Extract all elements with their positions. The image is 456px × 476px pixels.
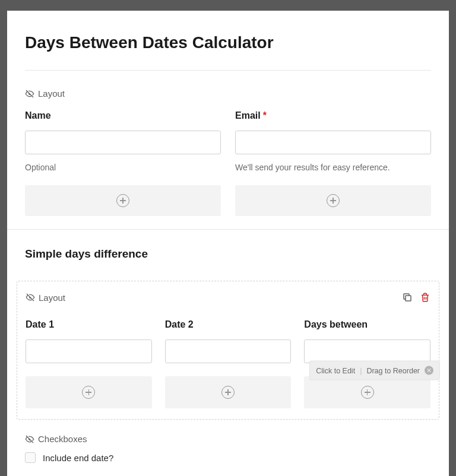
hint-edit-text: Click to Edit [316, 366, 355, 375]
email-help: We'll send your results for easy referen… [235, 163, 431, 172]
date1-input[interactable] [26, 339, 152, 363]
checkboxes-block[interactable]: Checkboxes Include end date? [25, 434, 431, 463]
field-type-tag: Layout [25, 88, 431, 99]
date1-field-block[interactable]: Date 1 [26, 319, 152, 363]
email-field-block[interactable]: Email* We'll send your results for easy … [235, 110, 431, 172]
name-help: Optional [25, 163, 221, 172]
date2-field-block[interactable]: Date 2 [165, 319, 292, 363]
form-builder-canvas: Days Between Dates Calculator Layout Nam… [7, 11, 449, 476]
days-between-field-block[interactable]: Days between [304, 319, 430, 363]
name-input[interactable] [25, 131, 221, 154]
hidden-icon [25, 89, 34, 99]
close-icon[interactable]: ✕ [425, 366, 433, 375]
email-input[interactable] [235, 131, 431, 154]
date1-label: Date 1 [26, 319, 152, 330]
plus-icon [221, 386, 235, 399]
duplicate-icon[interactable] [402, 292, 413, 303]
field-type-label: Checkboxes [38, 434, 87, 444]
add-field-slot[interactable] [25, 185, 221, 216]
layout-block-2-selected[interactable]: Layout Date 1 Date 2 Days between [17, 281, 439, 420]
add-field-slot[interactable] [235, 185, 431, 216]
plus-icon [361, 386, 374, 399]
section-title[interactable]: Simple days difference [25, 247, 431, 261]
edit-reorder-hint: Click to Edit | Drag to Reorder ✕ [310, 361, 439, 380]
field-type-tag: Checkboxes [25, 434, 431, 444]
field-type-tag: Layout [26, 293, 65, 303]
required-indicator: * [263, 110, 267, 120]
date2-label: Date 2 [165, 319, 292, 330]
hint-reorder-text: Drag to Reorder [366, 366, 420, 375]
section-divider [7, 229, 449, 230]
days-between-input[interactable] [304, 339, 430, 363]
form-title[interactable]: Days Between Dates Calculator [25, 33, 431, 52]
field-type-label: Layout [39, 293, 65, 303]
svg-rect-0 [406, 296, 411, 301]
hint-separator: | [360, 366, 362, 375]
name-label: Name [25, 110, 221, 121]
plus-icon [327, 194, 340, 207]
checkbox-input[interactable] [25, 452, 36, 463]
layout-block-actions [402, 292, 430, 303]
email-label: Email* [235, 110, 431, 121]
layout-block-1[interactable]: Layout Name Optional Email* We'll send y… [25, 88, 431, 216]
name-field-block[interactable]: Name Optional [25, 110, 221, 172]
checkbox-option-row[interactable]: Include end date? [25, 452, 431, 463]
title-divider [25, 70, 431, 71]
field-type-label: Layout [38, 88, 65, 99]
add-field-slot[interactable] [165, 376, 292, 408]
days-between-label: Days between [304, 319, 430, 330]
plus-icon [82, 386, 95, 399]
add-field-slot[interactable] [304, 376, 430, 408]
add-field-slot[interactable] [26, 376, 152, 408]
delete-icon[interactable] [420, 292, 430, 303]
hidden-icon [25, 434, 34, 444]
plus-icon [116, 194, 129, 207]
hidden-icon [26, 293, 35, 302]
checkbox-label: Include end date? [43, 453, 113, 463]
date2-input[interactable] [165, 339, 292, 363]
